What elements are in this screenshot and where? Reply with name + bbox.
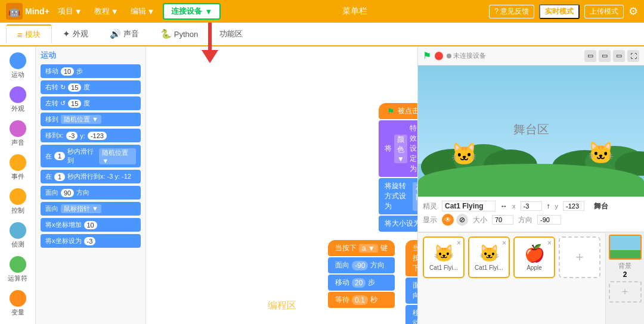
block-when-flag-clicked[interactable]: ⚑ 被点击 [379, 103, 417, 119]
sprite-icon3: 🍎 [524, 244, 545, 263]
stage-mini-thumbnail[interactable] [609, 235, 642, 260]
block-wait-0.1a[interactable]: 等待 0.1 秒 [328, 292, 395, 308]
category-events[interactable]: 事件 [2, 152, 34, 183]
add-sprite-button[interactable]: + [559, 236, 600, 278]
block-set-x[interactable]: 将x坐标设为 -3 [41, 234, 141, 248]
menu-item-edit[interactable]: 编辑 ▼ [127, 5, 159, 18]
tab-python[interactable]: 🐍 Python [150, 25, 209, 43]
sprites-and-stage-row: × 🐱 Cat1 Flyi... × 🐱 Cat1 Flyi... × 🍎 Ap… [418, 232, 644, 324]
block-set-size[interactable]: 将大小设为 70 [379, 216, 417, 232]
block-move[interactable]: 移动 10 步 [41, 64, 141, 78]
category-motion[interactable]: 运动 [2, 50, 34, 82]
block-goto-random[interactable]: 移到 随机位置 ▼ [41, 113, 141, 126]
stage-canvas: 舞台区 🐱 🐱 [418, 66, 644, 197]
appearance-icon: ✦ [63, 29, 70, 39]
category-operators[interactable]: 运算符 [2, 254, 34, 285]
tab-sound[interactable]: 🔊 声音 [99, 25, 150, 43]
sprite-thumb-apple[interactable]: × 🍎 Apple [513, 236, 555, 278]
arrow-indicator [202, 23, 218, 63]
arrow-head-icon [202, 50, 218, 63]
category-control[interactable]: 控制 [2, 186, 34, 217]
stage-buttons: ▭ ▭ ▭ ⛶ [584, 50, 639, 62]
block-face-mouse[interactable]: 面向 鼠标指针 ▼ [41, 202, 141, 216]
block-when-key-a[interactable]: 当按下 a ▼ 键 [328, 240, 395, 256]
sound-icon: 🔊 [110, 29, 121, 39]
block-change-x[interactable]: 将x坐标增加 10 [41, 218, 141, 232]
background-label: 背景 [618, 261, 631, 270]
block-face-direction[interactable]: 面向 90 方向 [41, 186, 141, 200]
top-bar: 🤖 Mind+ 项目 ▼ 教程 ▼ 编辑 ▼ 连接设备 ▼ 菜单栏 ? 意见反馈… [0, 0, 644, 23]
sprite-thumb-cat1-flying2[interactable]: × 🐱 Cat1 Flyi... [468, 236, 510, 278]
block-face-90[interactable]: 面向 90 方向 [405, 278, 417, 304]
tab-blocks[interactable]: ≡ 模块 [6, 24, 52, 43]
code-area[interactable]: ⚑ 被点击 将 颜色 ▼ 特效设定为 120 将旋转方式设为 左右翻转 ▼ 将大… [146, 46, 417, 324]
stop-button[interactable] [435, 52, 443, 60]
stage-area: ⚑ 未连接设备 ▭ ▭ ▭ ⛶ 舞台区 [417, 46, 644, 324]
main-layout: 运动 外观 声音 事件 控制 侦测 运算符 变量 [0, 46, 644, 324]
block-glide-xy[interactable]: 在 1 秒内滑行到x: -3 y: -12 [41, 170, 141, 183]
block-move-20d[interactable]: 移动 20 步 [405, 305, 417, 324]
category-functions[interactable]: 函数 [2, 322, 34, 324]
stage-fullscreen-button[interactable]: ⛶ [627, 50, 639, 62]
events-dot [10, 154, 26, 171]
feedback-button[interactable]: ? 意见反馈 [489, 5, 534, 18]
sprite-direction-value[interactable]: -90 [537, 215, 561, 225]
stage-mini-sky [610, 236, 640, 250]
sprite-thumb-cat1-flying[interactable]: × 🐱 Cat1 Flyi... [423, 236, 465, 278]
sprite-info-row1: 精灵 Cat1 Flying ↔ x -3 ↑ y -123 舞台 [423, 201, 639, 211]
sprite-close-icon[interactable]: × [502, 239, 506, 247]
chevron-down-icon: ▼ [147, 7, 155, 16]
block-when-key-d[interactable]: 当按下 d ▼ 键 [405, 240, 417, 276]
hide-button[interactable]: ⊘ [456, 214, 468, 226]
stage-small-button[interactable]: ▭ [584, 50, 596, 62]
category-sound[interactable]: 声音 [2, 118, 34, 149]
sprite-name-value[interactable]: Cat1 Flying [442, 201, 496, 211]
python-icon: 🐍 [160, 29, 172, 39]
block-turn-right[interactable]: 右转 ↻ 15 度 [41, 80, 141, 94]
sprite-size-value[interactable]: 70 [492, 215, 513, 225]
stage-large-button[interactable]: ▭ [613, 50, 625, 62]
sprite-close-icon[interactable]: × [457, 239, 461, 247]
stage-header: ⚑ 未连接设备 ▭ ▭ ▭ ⛶ [418, 46, 644, 66]
block-goto-xy[interactable]: 移到x: -3 y: -123 [41, 129, 141, 142]
chevron-down-icon: ▼ [205, 7, 212, 16]
block-set-rotation[interactable]: 将旋转方式设为 左右翻转 ▼ [379, 178, 417, 214]
appearance-dot [10, 86, 26, 103]
tab-appearance[interactable]: ✦ 外观 [52, 25, 99, 43]
sprite-x-value[interactable]: -3 [521, 201, 542, 211]
green-flag-button[interactable]: ⚑ [423, 50, 431, 61]
block-set-color-effect[interactable]: 将 颜色 ▼ 特效设定为 120 [379, 120, 417, 177]
blocks-section-title: 运动 [41, 50, 141, 61]
realtime-mode-button[interactable]: 实时模式 [539, 4, 580, 19]
upload-mode-button[interactable]: 上传模式 [584, 5, 624, 18]
add-background-button[interactable]: + [609, 281, 642, 303]
sprite-close-icon[interactable]: × [547, 239, 552, 247]
settings-icon[interactable]: ⚙ [628, 5, 638, 18]
variables-dot [10, 290, 26, 307]
block-turn-left[interactable]: 左转 ↺ 15 度 [41, 96, 141, 110]
menu-item-tutorial[interactable]: 教程 ▼ [91, 5, 122, 18]
block-glide-random[interactable]: 在 1 秒内滑行到 随机位置 ▼ [41, 145, 141, 167]
code-block-group-main: ⚑ 被点击 将 颜色 ▼ 特效设定为 120 将旋转方式设为 左右翻转 ▼ 将大… [379, 103, 417, 232]
category-variables[interactable]: 变量 [2, 288, 34, 319]
sprite-y-value[interactable]: -123 [563, 201, 584, 211]
sprite-icon: 🐱 [434, 244, 454, 263]
menu-item-project[interactable]: 项目 ▼ [54, 5, 86, 18]
show-button[interactable]: 👁 [442, 214, 454, 226]
second-bar: ≡ 模块 ✦ 外观 🔊 声音 🐍 Python 功能区 [0, 23, 644, 46]
code-block-group-key-d: 当按下 d ▼ 键 面向 90 方向 移动 20 步 等待 0.1 秒 [405, 240, 417, 324]
visibility-buttons: 👁 ⊘ [442, 214, 468, 226]
block-move-20a[interactable]: 移动 20 步 [328, 275, 395, 291]
category-appearance[interactable]: 外观 [2, 84, 34, 116]
stage-medium-button[interactable]: ▭ [599, 50, 611, 62]
arrow-shaft [208, 23, 212, 50]
flag-icon: ⚑ [387, 107, 395, 116]
code-block-group-key-a: 当按下 a ▼ 键 面向 -90 方向 移动 20 步 等待 0.1 秒 [328, 240, 395, 308]
sensing-dot [10, 222, 26, 239]
category-sensing[interactable]: 侦测 [2, 220, 34, 251]
block-face-neg90[interactable]: 面向 -90 方向 [328, 257, 395, 273]
code-area-label: 编程区 [268, 300, 296, 312]
control-dot [10, 188, 26, 205]
connect-device-button[interactable]: 连接设备 ▼ [163, 3, 221, 20]
sprite-info-panel: 精灵 Cat1 Flying ↔ x -3 ↑ y -123 舞台 显示 👁 ⊘… [418, 197, 644, 232]
